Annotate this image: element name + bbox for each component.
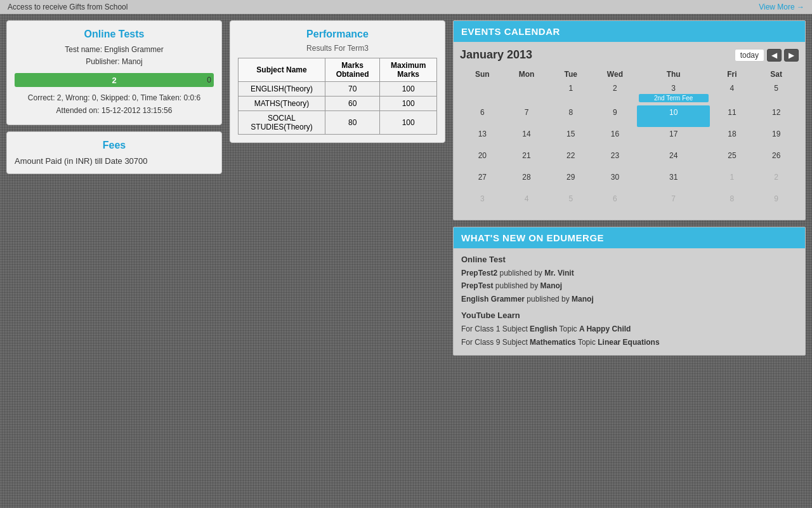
calendar-day[interactable]: 27 [461, 170, 505, 192]
whats-new-item: English Grammer published by Manoj [461, 293, 797, 305]
today-button[interactable]: today [735, 49, 764, 62]
calendar-week-row: 20212223242526 [461, 149, 799, 170]
top-notice-bar: Access to receive Gifts from School View… [0, 0, 812, 14]
calendar-day-header: Mon [504, 68, 549, 81]
table-cell: 100 [380, 97, 437, 111]
calendar-day[interactable]: 4 [710, 81, 754, 105]
calendar-day[interactable]: 9 [754, 192, 799, 213]
calendar-day[interactable]: 3 [461, 192, 505, 213]
calendar-day-header: Thu [637, 68, 710, 81]
calendar-day[interactable]: 5 [549, 192, 593, 213]
calendar-day[interactable] [461, 81, 505, 105]
view-more-link[interactable]: View More → [759, 3, 804, 11]
calendar-day[interactable]: 6 [593, 192, 638, 213]
table-cell: 70 [325, 82, 379, 97]
calendar-day[interactable]: 12 [754, 105, 799, 127]
notice-text: Access to receive Gifts from School [8, 3, 128, 11]
calendar-day-header: Sat [754, 68, 799, 81]
calendar-day[interactable]: 23 [593, 149, 638, 170]
calendar-day-header: Fri [710, 68, 754, 81]
calendar-nav: January 2013 today ◀ ▶ [460, 48, 799, 62]
calendar-day[interactable]: 28 [504, 170, 549, 192]
whats-new-header: WHAT'S NEW ON EDUMERGE [454, 227, 805, 248]
next-month-button[interactable]: ▶ [784, 49, 799, 62]
events-calendar-panel: EVENTS CALENDAR January 2013 today ◀ ▶ S… [453, 20, 806, 220]
calendar-day[interactable]: 1 [549, 81, 593, 105]
progress-end: 0 [207, 76, 211, 84]
attended-on: Attended on: 15-12-2012 13:15:56 [15, 105, 214, 117]
test-stats: Correct: 2, Wrong: 0, Skipped: 0, Time T… [15, 92, 214, 116]
online-test-section-label: Online Test [461, 255, 797, 264]
table-row: SOCIAL STUDIES(Theory)80100 [239, 111, 437, 135]
calendar-week-row: 6789101112 [461, 105, 799, 127]
calendar-day[interactable]: 7 [504, 105, 549, 127]
table-cell: 80 [325, 111, 379, 135]
calendar-day[interactable]: 2 [754, 170, 799, 192]
table-row: ENGLISH(Theory)70100 [239, 82, 437, 97]
right-sidebar: EVENTS CALENDAR January 2013 today ◀ ▶ S… [453, 20, 806, 356]
calendar-day[interactable]: 4 [504, 192, 549, 213]
middle-column: Performance Results For Term3 Subject Na… [230, 20, 445, 356]
calendar-day[interactable]: 8 [549, 105, 593, 127]
youtube-section-label: YouTube Learn [461, 311, 797, 320]
progress-bar: 2 0 [15, 73, 214, 87]
calendar-day[interactable]: 18 [710, 127, 754, 149]
calendar-day[interactable] [504, 81, 549, 105]
calendar-day[interactable]: 32nd Term Fee [637, 81, 710, 105]
calendar-day[interactable]: 31 [637, 170, 710, 192]
whats-new-content: Online Test PrepTest2 published by Mr. V… [454, 248, 805, 355]
table-row: MATHS(Theory)60100 [239, 97, 437, 111]
left-column: Online Tests Test name: English Grammer … [6, 20, 222, 356]
calendar-day[interactable]: 25 [710, 149, 754, 170]
calendar-day-header: Sun [461, 68, 505, 81]
calendar-day[interactable]: 19 [754, 127, 799, 149]
performance-card: Performance Results For Term3 Subject Na… [230, 20, 445, 143]
online-tests-card: Online Tests Test name: English Grammer … [6, 20, 222, 125]
table-cell: MATHS(Theory) [239, 97, 325, 111]
calendar-day[interactable]: 10 [637, 105, 710, 127]
calendar-day[interactable]: 13 [461, 127, 505, 149]
publisher: Publisher: Manoj [15, 56, 214, 68]
table-cell: 60 [325, 97, 379, 111]
calendar-day-header: Tue [549, 68, 593, 81]
calendar-day[interactable]: 5 [754, 81, 799, 105]
calendar-day[interactable]: 1 [710, 170, 754, 192]
table-cell: SOCIAL STUDIES(Theory) [239, 111, 325, 135]
calendar-day[interactable]: 2 [593, 81, 638, 105]
calendar-week-row: 272829303112 [461, 170, 799, 192]
calendar-day[interactable]: 11 [710, 105, 754, 127]
calendar-day[interactable]: 14 [504, 127, 549, 149]
events-calendar-header: EVENTS CALENDAR [454, 21, 805, 42]
whats-new-item: PrepTest2 published by Mr. Vinit [461, 267, 797, 279]
calendar-week-row: 3456789 [461, 192, 799, 213]
calendar-week-row: 1232nd Term Fee45 [461, 81, 799, 105]
calendar-day[interactable]: 22 [549, 149, 593, 170]
youtube-item: For Class 1 Subject English Topic A Happ… [461, 323, 797, 335]
youtube-items: For Class 1 Subject English Topic A Happ… [461, 323, 797, 349]
calendar-day[interactable]: 20 [461, 149, 505, 170]
calendar-day[interactable]: 16 [593, 127, 638, 149]
fees-amount: Amount Paid (in INR) till Date 30700 [15, 156, 214, 166]
calendar-day[interactable]: 30 [593, 170, 638, 192]
test-info: Test name: English Grammer Publisher: Ma… [15, 44, 214, 68]
calendar-day[interactable]: 17 [637, 127, 710, 149]
calendar-day[interactable]: 8 [710, 192, 754, 213]
table-cell: ENGLISH(Theory) [239, 82, 325, 97]
calendar-day-header: Wed [593, 68, 638, 81]
calendar-nav-buttons: today ◀ ▶ [735, 49, 799, 62]
youtube-item: For Class 9 Subject Mathematics Topic Li… [461, 336, 797, 349]
calendar-day[interactable]: 24 [637, 149, 710, 170]
calendar-grid: SunMonTueWedThuFriSat 1232nd Term Fee456… [460, 68, 799, 213]
calendar-day[interactable]: 15 [549, 127, 593, 149]
col-subject: Subject Name [239, 58, 325, 82]
calendar-day[interactable]: 21 [504, 149, 549, 170]
performance-title: Performance [238, 29, 437, 40]
calendar-container: January 2013 today ◀ ▶ SunMonTueWedThuFr… [454, 42, 805, 220]
online-tests-title: Online Tests [15, 29, 214, 40]
calendar-day[interactable]: 9 [593, 105, 638, 127]
calendar-day[interactable]: 26 [754, 149, 799, 170]
prev-month-button[interactable]: ◀ [767, 49, 782, 62]
calendar-day[interactable]: 29 [549, 170, 593, 192]
calendar-day[interactable]: 7 [637, 192, 710, 213]
calendar-day[interactable]: 6 [461, 105, 505, 127]
